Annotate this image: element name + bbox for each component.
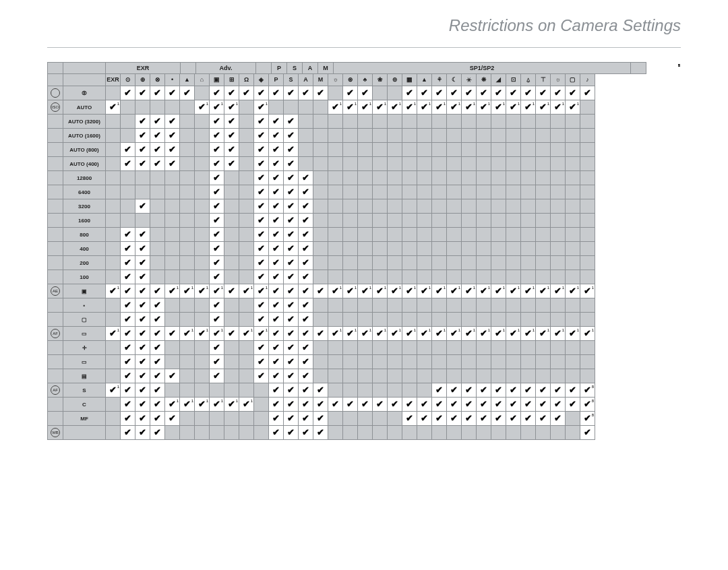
matrix-cell: ✔ [254, 86, 269, 100]
matrix-cell: ✔1 [491, 284, 506, 298]
matrix-cell [566, 242, 580, 256]
matrix-cell: ✔1 [388, 327, 402, 341]
matrix-cell: ✔1 [180, 398, 195, 412]
matrix-cell [150, 100, 165, 115]
matrix-cell [432, 185, 447, 199]
matrix-cell [491, 214, 506, 228]
matrix-cell [551, 369, 566, 383]
matrix-cell [313, 369, 328, 383]
matrix-cell [506, 242, 521, 256]
matrix-cell: ✔ [239, 86, 254, 100]
matrix-cell: ✔ [536, 412, 551, 426]
matrix-cell [491, 185, 506, 199]
row-group-header [47, 369, 63, 383]
matrix-cell [106, 355, 121, 369]
matrix-cell: ✔ [284, 256, 299, 270]
matrix-cell [180, 171, 195, 185]
matrix-cell: ✔1 [521, 327, 536, 341]
matrix-cell [180, 256, 195, 270]
matrix-cell [195, 355, 210, 369]
matrix-cell: ✔1 [447, 284, 462, 298]
matrix-cell [165, 256, 180, 270]
matrix-cell: ✔ [462, 383, 477, 398]
matrix-cell [566, 199, 580, 214]
matrix-cell: ✔ [299, 383, 313, 398]
matrix-cell: ✔ [165, 86, 180, 100]
row-label: ▭ [63, 355, 106, 369]
matrix-cell [462, 355, 477, 369]
matrix-cell [536, 143, 551, 157]
matrix-cell [343, 298, 358, 313]
matrix-cell: ✔ [121, 256, 135, 270]
matrix-cell [447, 355, 462, 369]
matrix-cell: ✔1 [566, 327, 580, 341]
matrix-cell [551, 185, 566, 199]
matrix-cell [343, 369, 358, 383]
matrix-cell [358, 228, 373, 242]
matrix-cell: ✔ [269, 214, 284, 228]
matrix-cell [566, 256, 580, 270]
matrix-cell: ✔1 [432, 284, 447, 298]
matrix-cell: ✔ [254, 214, 269, 228]
matrix-cell [224, 270, 239, 284]
row-group-header [47, 355, 63, 369]
matrix-cell [313, 270, 328, 284]
matrix-cell [477, 355, 491, 369]
matrix-cell: ✔ [121, 313, 135, 327]
matrix-cell [210, 383, 224, 398]
divider [47, 47, 681, 48]
matrix-cell: ✔1 [210, 327, 224, 341]
matrix-cell: ✔ [254, 228, 269, 242]
matrix-cell [447, 171, 462, 185]
matrix-cell: ✔1 [536, 100, 551, 115]
matrix-cell [106, 426, 121, 440]
matrix-cell [506, 369, 521, 383]
matrix-cell: ✔ [580, 426, 595, 440]
matrix-cell [135, 171, 150, 185]
matrix-cell [106, 171, 121, 185]
matrix-cell [402, 171, 417, 185]
matrix-cell [328, 270, 343, 284]
row-label: 1600 [63, 214, 106, 228]
matrix-cell: ✔8 [580, 398, 595, 412]
matrix-cell [462, 313, 477, 327]
matrix-cell [195, 143, 210, 157]
matrix-cell [373, 129, 388, 143]
row-label: AUTO (400) [63, 157, 106, 171]
matrix-cell [417, 214, 432, 228]
column-header: Ω [239, 74, 254, 86]
matrix-cell: ✔ [254, 115, 269, 129]
matrix-cell: ✔1 [447, 327, 462, 341]
matrix-cell: ✔ [269, 284, 284, 298]
matrix-cell: ✔ [269, 341, 284, 355]
column-header: ⊕ [135, 74, 150, 86]
matrix-cell [402, 242, 417, 256]
matrix-cell [536, 298, 551, 313]
matrix-cell: ✔ [580, 86, 595, 100]
matrix-cell [388, 270, 402, 284]
row-label: 6400 [63, 185, 106, 199]
matrix-cell [551, 270, 566, 284]
matrix-cell [358, 115, 373, 129]
matrix-cell [210, 412, 224, 426]
matrix-cell: ✔ [536, 86, 551, 100]
matrix-cell [373, 199, 388, 214]
matrix-cell: ✔1 [506, 284, 521, 298]
matrix-cell: ✔ [432, 412, 447, 426]
matrix-cell [417, 199, 432, 214]
matrix-cell [313, 171, 328, 185]
matrix-cell [373, 228, 388, 242]
matrix-cell [477, 256, 491, 270]
matrix-cell: ✔ [150, 143, 165, 157]
matrix-cell [536, 228, 551, 242]
matrix-cell: ✔ [491, 412, 506, 426]
matrix-cell [328, 214, 343, 228]
matrix-cell: ✔ [506, 398, 521, 412]
matrix-cell [521, 341, 536, 355]
matrix-cell: ✔ [165, 129, 180, 143]
matrix-cell [328, 313, 343, 327]
matrix-cell [477, 270, 491, 284]
matrix-cell [343, 341, 358, 355]
matrix-cell: ✔ [150, 313, 165, 327]
matrix-cell [462, 256, 477, 270]
